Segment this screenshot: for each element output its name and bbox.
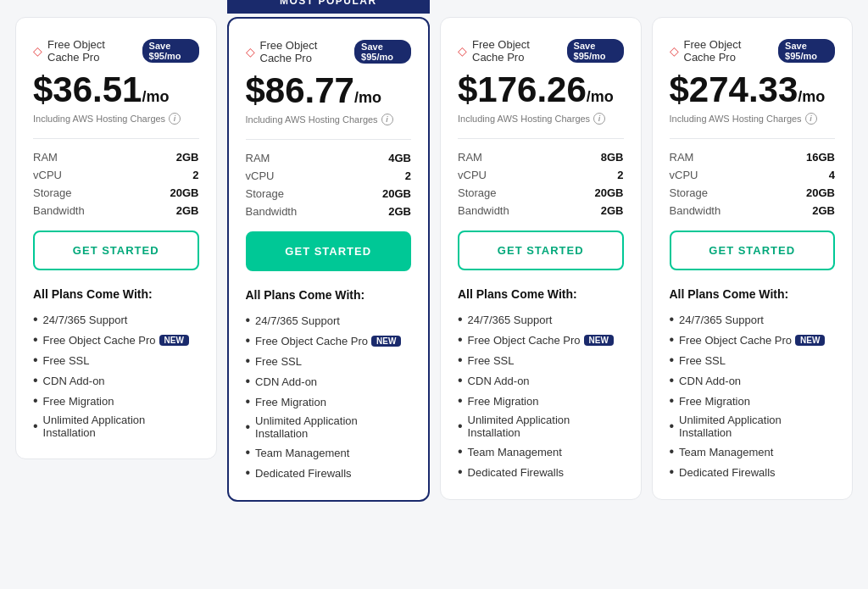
feature-text: 24/7/365 Support	[679, 314, 764, 326]
feature-item: Free SSL	[246, 351, 412, 371]
spec-row: RAM 8GB	[458, 151, 624, 164]
diamond-icon: ◇	[670, 44, 679, 58]
feature-item: Free Object Cache ProNEW	[458, 330, 624, 350]
aws-note-text: Including AWS Hosting Charges	[670, 114, 802, 124]
feature-item: Unlimited Application Installation	[670, 411, 836, 442]
feature-list: 24/7/365 Support Free Object Cache ProNE…	[33, 309, 199, 442]
spec-row: Bandwidth 2GB	[246, 205, 412, 218]
new-badge: NEW	[159, 335, 189, 346]
spec-label: RAM	[33, 151, 58, 164]
free-object-cache-label: Free Object Cache Pro	[47, 38, 134, 64]
spec-value: 4	[829, 169, 835, 181]
feature-item: Free Migration	[458, 391, 624, 411]
plan-card-2: MOST POPULAR ◇ Free Object Cache Pro Sav…	[227, 17, 431, 502]
get-started-button[interactable]: GET STARTED	[246, 231, 412, 271]
feature-text: Free Object Cache ProNEW	[679, 334, 825, 347]
spec-label: Storage	[246, 187, 285, 200]
feature-text: Free SSL	[468, 354, 515, 367]
spec-label: vCPU	[246, 169, 275, 182]
spec-row: RAM 4GB	[246, 152, 412, 164]
spec-label: Bandwidth	[33, 204, 85, 217]
feature-item: 24/7/365 Support	[670, 309, 836, 330]
spec-row: RAM 16GB	[670, 151, 836, 164]
feature-item: Dedicated Firewalls	[246, 463, 412, 483]
feature-item: Free Migration	[670, 391, 836, 411]
feature-text: Free SSL	[679, 354, 726, 367]
feature-item: Free Object Cache ProNEW	[670, 330, 836, 350]
spec-value: 2GB	[388, 205, 411, 218]
spec-label: vCPU	[670, 169, 698, 181]
price-row: $86.77/mo	[246, 73, 412, 108]
spec-value: 8GB	[601, 151, 624, 164]
info-icon[interactable]: i	[169, 113, 181, 125]
feature-text: Dedicated Firewalls	[468, 466, 564, 479]
spec-value: 2	[405, 169, 411, 182]
get-started-button[interactable]: GET STARTED	[670, 231, 836, 270]
spec-row: Bandwidth 2GB	[458, 204, 624, 217]
get-started-button[interactable]: GET STARTED	[458, 231, 624, 270]
feature-text: Dedicated Firewalls	[255, 467, 351, 480]
feature-text: Team Management	[468, 446, 562, 458]
free-object-cache-label: Free Object Cache Pro	[472, 38, 559, 64]
aws-note: Including AWS Hosting Charges i	[246, 114, 412, 125]
feature-text: 24/7/365 Support	[468, 314, 553, 326]
spec-row: vCPU 2	[458, 169, 624, 181]
spec-row: Storage 20GB	[458, 186, 624, 199]
feature-text: Free SSL	[43, 354, 90, 367]
aws-note: Including AWS Hosting Charges i	[670, 113, 836, 125]
most-popular-badge: MOST POPULAR	[227, 0, 431, 14]
spec-value: 20GB	[595, 186, 624, 199]
spec-label: Bandwidth	[458, 204, 509, 217]
spec-label: Bandwidth	[670, 204, 721, 217]
feature-item: Free SSL	[670, 350, 836, 370]
free-object-cache-label: Free Object Cache Pro	[260, 39, 347, 64]
plans-come-with-title: All Plans Come With:	[246, 288, 412, 302]
spec-row: Storage 20GB	[246, 187, 412, 200]
feature-text: Unlimited Application Installation	[468, 414, 624, 439]
feature-text: Unlimited Application Installation	[43, 414, 199, 439]
spec-label: vCPU	[33, 169, 62, 181]
save-badge: Save $95/mo	[778, 39, 835, 63]
feature-text: CDN Add-on	[43, 375, 105, 387]
info-icon[interactable]: i	[593, 113, 605, 125]
spec-value: 20GB	[170, 186, 199, 199]
feature-text: Free Migration	[43, 395, 114, 408]
aws-note-text: Including AWS Hosting Charges	[33, 114, 165, 124]
feature-text: Free Object Cache ProNEW	[255, 335, 401, 347]
info-icon[interactable]: i	[381, 114, 393, 125]
get-started-button[interactable]: GET STARTED	[33, 231, 199, 270]
plan-card-1: ◇ Free Object Cache Pro Save $95/mo $36.…	[15, 17, 217, 459]
spec-value: 4GB	[388, 152, 411, 164]
spec-row: Bandwidth 2GB	[670, 204, 836, 217]
spec-value: 20GB	[382, 187, 411, 200]
feature-item: 24/7/365 Support	[33, 309, 199, 330]
price-row: $36.51/mo	[33, 72, 199, 108]
info-icon[interactable]: i	[805, 113, 817, 125]
plans-come-with-title: All Plans Come With:	[670, 287, 836, 301]
feature-text: CDN Add-on	[255, 375, 317, 388]
free-object-cache-row: ◇ Free Object Cache Pro Save $95/mo	[458, 38, 624, 64]
spec-label: Storage	[33, 186, 72, 199]
feature-list: 24/7/365 Support Free Object Cache ProNE…	[246, 310, 412, 483]
feature-item: Team Management	[670, 442, 836, 462]
free-object-cache-row: ◇ Free Object Cache Pro Save $95/mo	[670, 38, 836, 64]
feature-text: Unlimited Application Installation	[679, 414, 835, 439]
feature-item: CDN Add-on	[458, 370, 624, 391]
spec-label: RAM	[246, 152, 270, 164]
aws-note: Including AWS Hosting Charges i	[33, 113, 199, 125]
spec-label: Storage	[670, 186, 709, 199]
price-amount: $36.51/mo	[33, 69, 169, 109]
specs-table: RAM 16GB vCPU 4 Storage 20GB Bandwidth 2…	[670, 138, 836, 217]
pricing-container: ◇ Free Object Cache Pro Save $95/mo $36.…	[10, 17, 858, 502]
specs-table: RAM 8GB vCPU 2 Storage 20GB Bandwidth 2G…	[458, 138, 624, 217]
plan-card-3: ◇ Free Object Cache Pro Save $95/mo $176…	[440, 17, 642, 500]
specs-table: RAM 2GB vCPU 2 Storage 20GB Bandwidth 2G…	[33, 138, 199, 217]
feature-text: CDN Add-on	[679, 375, 741, 387]
save-badge: Save $95/mo	[142, 39, 199, 63]
plan-card-4: ◇ Free Object Cache Pro Save $95/mo $274…	[652, 17, 854, 500]
diamond-icon: ◇	[33, 44, 42, 58]
spec-value: 20GB	[806, 186, 835, 199]
free-object-cache-row: ◇ Free Object Cache Pro Save $95/mo	[246, 39, 412, 64]
feature-list: 24/7/365 Support Free Object Cache ProNE…	[670, 309, 836, 482]
feature-item: Free SSL	[458, 350, 624, 370]
